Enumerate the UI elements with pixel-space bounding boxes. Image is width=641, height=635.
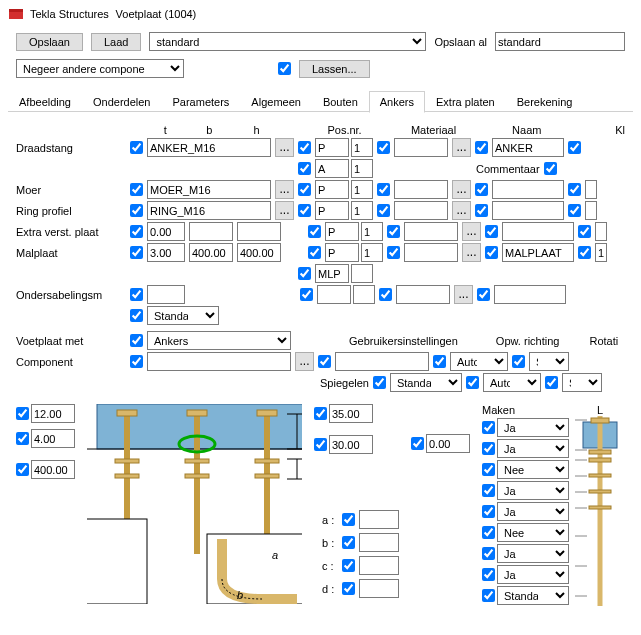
tab-ankers[interactable]: Ankers [369,91,425,113]
make-select[interactable]: Standaar [497,586,569,605]
check[interactable] [16,407,29,420]
save-button[interactable]: Opslaan [16,33,83,51]
kl-input[interactable] [585,201,597,220]
pos-num[interactable] [361,243,383,262]
check[interactable] [485,225,498,238]
check[interactable] [512,355,525,368]
pos-prefix[interactable] [315,180,349,199]
make-select[interactable]: Ja [497,418,569,437]
check[interactable] [130,246,143,259]
check[interactable] [298,162,311,175]
check[interactable] [475,183,488,196]
tab-algemeen[interactable]: Algemeen [240,91,312,113]
make-select[interactable]: Nee [497,523,569,542]
dim-input[interactable] [31,460,75,479]
pos-prefix[interactable] [325,243,359,262]
gebruiker-input[interactable] [335,352,429,371]
check[interactable] [342,582,355,595]
check[interactable] [308,246,321,259]
save-as-input[interactable] [495,32,625,51]
name-input[interactable] [492,180,564,199]
browse-button[interactable]: ... [275,138,294,157]
tab-afbeelding[interactable]: Afbeelding [8,91,82,113]
check[interactable] [308,225,321,238]
pos-prefix[interactable] [325,222,359,241]
pos-prefix[interactable] [315,201,349,220]
browse-button[interactable]: ... [452,180,471,199]
tab-berekening[interactable]: Berekening [506,91,584,113]
kl-input[interactable] [585,180,597,199]
browse-button[interactable]: ... [452,201,471,220]
check[interactable] [130,204,143,217]
check[interactable] [16,463,29,476]
browse-button[interactable]: ... [295,352,314,371]
check[interactable] [298,141,311,154]
check[interactable] [379,288,392,301]
t-input[interactable] [147,222,185,241]
dim-input[interactable] [329,404,373,423]
check[interactable] [578,246,591,259]
material-input[interactable] [394,180,448,199]
make-select[interactable]: Ja [497,439,569,458]
check[interactable] [298,267,311,280]
h-input[interactable] [237,243,281,262]
check[interactable] [387,246,400,259]
t-input[interactable] [147,243,185,262]
make-select[interactable]: Ja [497,544,569,563]
name-input[interactable] [502,222,574,241]
d-input[interactable] [359,579,399,598]
check[interactable] [568,141,581,154]
check[interactable] [130,225,143,238]
browse-button[interactable]: ... [275,180,294,199]
check[interactable] [466,376,479,389]
pos-num[interactable] [351,138,373,157]
check[interactable] [578,225,591,238]
pos-prefix[interactable] [315,159,349,178]
b-input[interactable] [189,222,233,241]
pos-num[interactable] [351,201,373,220]
check[interactable] [411,437,424,450]
welds-check[interactable] [278,62,291,75]
pos-prefix[interactable] [317,285,351,304]
dim-input[interactable] [31,404,75,423]
pos-num[interactable] [351,264,373,283]
check[interactable] [482,526,495,539]
check[interactable] [482,547,495,560]
voetplaat-select[interactable]: Ankers [147,331,291,350]
material-input[interactable] [396,285,450,304]
check[interactable] [482,484,495,497]
tab-bouten[interactable]: Bouten [312,91,369,113]
material-input[interactable] [394,138,448,157]
opw-select-2[interactable]: Auto [483,373,541,392]
spiegelen-select[interactable]: Standaar [390,373,462,392]
check[interactable] [314,438,327,451]
check[interactable] [475,204,488,217]
check[interactable] [130,141,143,154]
browse-button[interactable]: ... [275,201,294,220]
check[interactable] [482,421,495,434]
pos-num[interactable] [351,180,373,199]
pos-num[interactable] [353,285,375,304]
ignore-combo[interactable]: Negeer andere compone [16,59,184,78]
check[interactable] [377,183,390,196]
material-input[interactable] [404,222,458,241]
load-button[interactable]: Laad [91,33,141,51]
check[interactable] [482,463,495,476]
rot-select-2[interactable]: Stan [562,373,602,392]
check[interactable] [568,204,581,217]
rot-select-1[interactable]: Stan [529,352,569,371]
check[interactable] [130,183,143,196]
check[interactable] [482,589,495,602]
kl-input[interactable] [595,222,607,241]
tab-parameters[interactable]: Parameters [162,91,241,113]
check[interactable] [314,407,327,420]
a-input[interactable] [359,510,399,529]
check[interactable] [342,513,355,526]
check[interactable] [298,204,311,217]
h-input[interactable] [237,222,281,241]
check[interactable] [373,376,386,389]
check[interactable] [130,334,143,347]
check[interactable] [544,162,557,175]
t-input[interactable] [147,285,185,304]
name-input[interactable] [492,201,564,220]
